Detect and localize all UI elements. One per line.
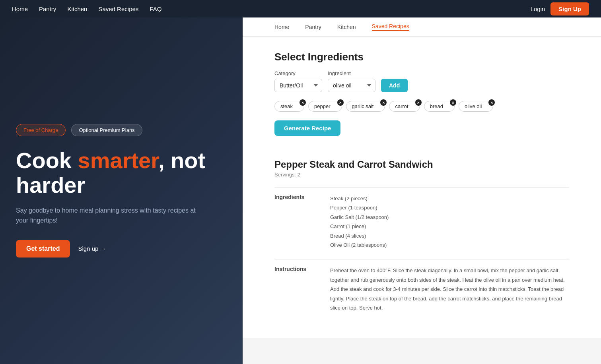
- hero-title-accent: smarter: [78, 148, 158, 173]
- badge-premium[interactable]: Optional Premium Plans: [71, 124, 142, 136]
- ingredient-2: Garlic Salt (1/2 teaspoon): [330, 213, 389, 222]
- tag-garlic-salt: garlic salt ×: [346, 101, 385, 112]
- category-form-group: Category Butter/Oil Meat Vegetable Spice…: [274, 70, 322, 92]
- top-nav-right: Login Sign Up: [531, 2, 589, 15]
- tag-label-garlic-salt: garlic salt: [352, 103, 374, 109]
- instructions-text: Preheat the oven to 400°F. Slice the ste…: [330, 266, 569, 312]
- inner-nav-pantry[interactable]: Pantry: [305, 24, 321, 30]
- ingredient-select[interactable]: olive oil butter steak chicken carrot pe…: [328, 79, 375, 92]
- badge-free[interactable]: Free of Charge: [16, 124, 66, 136]
- right-panel: Home Pantry Kitchen Saved Recipes Select…: [243, 17, 601, 364]
- generate-recipe-button[interactable]: Generate Recipe: [274, 120, 340, 136]
- nav-pantry[interactable]: Pantry: [39, 6, 56, 12]
- inner-nav-home[interactable]: Home: [274, 24, 289, 30]
- nav-kitchen[interactable]: Kitchen: [67, 6, 87, 12]
- nav-faq[interactable]: FAQ: [150, 6, 161, 12]
- remove-bread[interactable]: ×: [450, 99, 456, 106]
- remove-steak[interactable]: ×: [300, 99, 306, 106]
- ingredients-list: Steak (2 pieces) Pepper (1 teaspoon) Gar…: [330, 194, 389, 250]
- recipe-servings: Servings: 2: [274, 172, 569, 178]
- instructions-section-label: Instructions: [274, 266, 314, 312]
- recipe-divider-2: [274, 259, 569, 259]
- recipe-result: Pepper Steak and Carrot Sandwich Serving…: [243, 159, 601, 338]
- inner-nav-kitchen[interactable]: Kitchen: [337, 24, 356, 30]
- instructions-section: Instructions Preheat the oven to 400°F. …: [274, 266, 569, 312]
- tag-label-carrot: carrot: [395, 103, 408, 109]
- ingredient-form-row: Category Butter/Oil Meat Vegetable Spice…: [274, 70, 569, 92]
- category-select[interactable]: Butter/Oil Meat Vegetable Spice Grain Da…: [274, 79, 322, 92]
- tag-label-olive-oil: olive oil: [465, 103, 482, 109]
- remove-olive-oil[interactable]: ×: [488, 99, 495, 106]
- tag-olive-oil: olive oil ×: [459, 101, 493, 112]
- add-ingredient-button[interactable]: Add: [381, 79, 408, 92]
- tag-label-pepper: pepper: [314, 103, 330, 109]
- get-started-button[interactable]: Get started: [16, 240, 70, 258]
- ingredient-4: Bread (4 slices): [330, 231, 389, 240]
- inner-navigation: Home Pantry Kitchen Saved Recipes: [243, 17, 601, 37]
- ingredients-section: Ingredients Steak (2 pieces) Pepper (1 t…: [274, 194, 569, 250]
- tag-steak: steak ×: [274, 101, 304, 112]
- ingredient-label: Ingredient: [328, 70, 375, 76]
- tag-label-steak: steak: [280, 103, 293, 109]
- select-ingredients-panel: Select Ingredients Category Butter/Oil M…: [243, 37, 601, 159]
- select-title: Select Ingredients: [274, 51, 569, 63]
- nav-home[interactable]: Home: [12, 6, 28, 12]
- inner-nav-saved-recipes[interactable]: Saved Recipes: [372, 23, 409, 31]
- cta-row: Get started Sign up →: [16, 240, 227, 258]
- hero-title-part1: Cook: [16, 148, 78, 173]
- tag-pepper: pepper ×: [308, 101, 342, 112]
- recipe-name: Pepper Steak and Carrot Sandwich: [274, 159, 569, 170]
- top-navigation: Home Pantry Kitchen Saved Recipes FAQ Lo…: [0, 0, 601, 17]
- tag-carrot: carrot ×: [389, 101, 420, 112]
- ingredient-3: Carrot (1 piece): [330, 222, 389, 231]
- recipe-divider-1: [274, 187, 569, 188]
- left-panel: Free of Charge Optional Premium Plans Co…: [0, 17, 243, 364]
- signup-link[interactable]: Sign up →: [78, 245, 106, 252]
- ingredient-form-group: Ingredient olive oil butter steak chicke…: [328, 70, 375, 92]
- badge-row: Free of Charge Optional Premium Plans: [16, 124, 227, 136]
- nav-saved-recipes[interactable]: Saved Recipes: [98, 6, 138, 12]
- hero-title: Cook smarter, not harder: [16, 148, 227, 197]
- tag-bread: bread ×: [424, 101, 455, 112]
- remove-garlic-salt[interactable]: ×: [380, 99, 387, 106]
- top-nav-links: Home Pantry Kitchen Saved Recipes FAQ: [12, 6, 531, 12]
- hero-subtitle: Say goodbye to home meal planning stress…: [16, 205, 199, 226]
- ingredients-section-label: Ingredients: [274, 194, 314, 250]
- ingredient-0: Steak (2 pieces): [330, 194, 389, 203]
- ingredient-5: Olive Oil (2 tablespoons): [330, 240, 389, 250]
- signup-button[interactable]: Sign Up: [550, 2, 589, 15]
- login-button[interactable]: Login: [531, 6, 545, 12]
- remove-carrot[interactable]: ×: [415, 99, 422, 106]
- ingredient-1: Pepper (1 teaspoon): [330, 203, 389, 212]
- category-label: Category: [274, 70, 322, 76]
- remove-pepper[interactable]: ×: [337, 99, 344, 106]
- tag-label-bread: bread: [430, 103, 443, 109]
- ingredient-tags: steak × pepper × garlic salt × carrot × …: [274, 101, 569, 112]
